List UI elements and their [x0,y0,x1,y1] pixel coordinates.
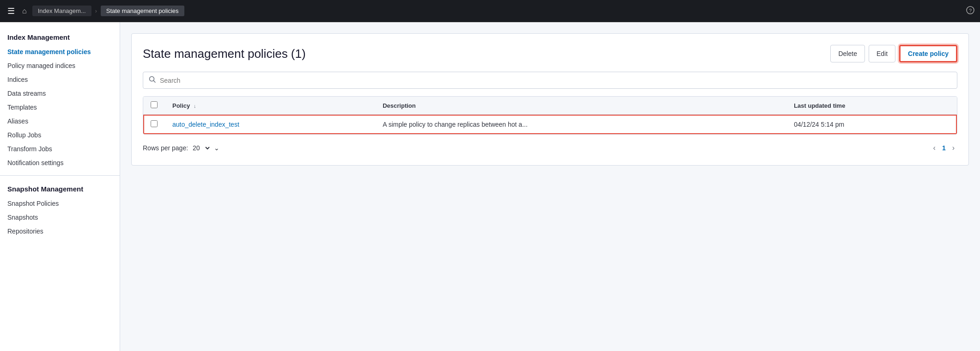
edit-button[interactable]: Edit [869,45,895,62]
current-page[interactable]: 1 [940,144,948,152]
pagination: Rows per page: 20 50 100 ⌄ ‹ 1 › [143,142,957,154]
create-policy-button[interactable]: Create policy [899,45,957,62]
policies-table: Policy ↓ Description Last updated time [143,97,957,134]
snapshot-management-title: Snapshot Management [0,181,120,197]
sidebar-item-data-streams[interactable]: Data streams [0,86,120,100]
row-checkbox[interactable] [151,120,158,127]
sidebar-item-snapshots[interactable]: Snapshots [0,210,120,224]
home-icon[interactable]: ⌂ [20,5,29,17]
sidebar-item-state-management-policies[interactable]: State management policies [0,45,120,59]
next-page-button[interactable]: › [950,142,957,154]
sidebar-item-rollup-jobs[interactable]: Rollup Jobs [0,128,120,142]
menu-icon[interactable]: ☰ [6,4,17,18]
sidebar-item-transform-jobs[interactable]: Transform Jobs [0,142,120,156]
breadcrumb-separator: › [95,8,97,14]
sidebar-item-snapshot-policies[interactable]: Snapshot Policies [0,197,120,210]
table-header-row: Policy ↓ Description Last updated time [143,97,957,115]
index-management-title: Index Management [0,30,120,45]
main-content: State management policies (1) Delete Edi… [120,22,980,351]
prev-page-button[interactable]: ‹ [931,142,938,154]
header-buttons: Delete Edit Create policy [830,45,957,62]
layout: Index Management State management polici… [0,22,980,351]
sidebar-item-repositories[interactable]: Repositories [0,224,120,238]
header-description: Description [375,97,786,115]
page-navigation: ‹ 1 › [931,142,957,154]
sidebar-item-policy-managed-indices[interactable]: Policy managed indices [0,59,120,73]
table-row: auto_delete_index_test A simple policy t… [143,115,957,135]
sidebar-item-notification-settings[interactable]: Notification settings [0,156,120,170]
sidebar-divider [0,175,120,176]
sidebar-item-templates[interactable]: Templates [0,100,120,114]
help-icon[interactable]: ? [966,6,974,16]
row-checkbox-col [143,115,165,135]
row-policy-name: auto_delete_index_test [165,115,375,135]
rows-per-page-label: Rows per page: [143,144,188,152]
search-bar [143,72,957,89]
search-icon [149,76,156,85]
header-checkbox-col [143,97,165,115]
rows-per-page: Rows per page: 20 50 100 ⌄ [143,144,927,152]
search-input[interactable] [160,77,951,84]
svg-line-3 [154,81,156,83]
sidebar: Index Management State management polici… [0,22,120,351]
table-wrapper: Policy ↓ Description Last updated time [143,96,957,135]
rows-per-page-select[interactable]: 20 50 100 [191,144,211,152]
row-description: A simple policy to change replicas betwe… [375,115,786,135]
header-policy: Policy ↓ [165,97,375,115]
sort-icon-policy[interactable]: ↓ [194,103,196,109]
rows-per-page-chevron: ⌄ [214,144,219,152]
page-title: State management policies (1) [143,47,830,61]
breadcrumb-parent[interactable]: Index Managem... [32,6,91,16]
sidebar-item-indices[interactable]: Indices [0,73,120,86]
delete-button[interactable]: Delete [830,45,864,62]
svg-text:?: ? [969,7,972,13]
policy-link[interactable]: auto_delete_index_test [172,121,239,128]
top-bar: ☰ ⌂ Index Managem... › State management … [0,0,980,22]
breadcrumb-current[interactable]: State management policies [101,6,184,16]
header-last-updated: Last updated time [786,97,957,115]
panel-header: State management policies (1) Delete Edi… [143,45,957,62]
select-all-checkbox[interactable] [151,101,158,108]
row-last-updated: 04/12/24 5:14 pm [786,115,957,135]
content-panel: State management policies (1) Delete Edi… [131,33,969,166]
sidebar-item-aliases[interactable]: Aliases [0,114,120,128]
